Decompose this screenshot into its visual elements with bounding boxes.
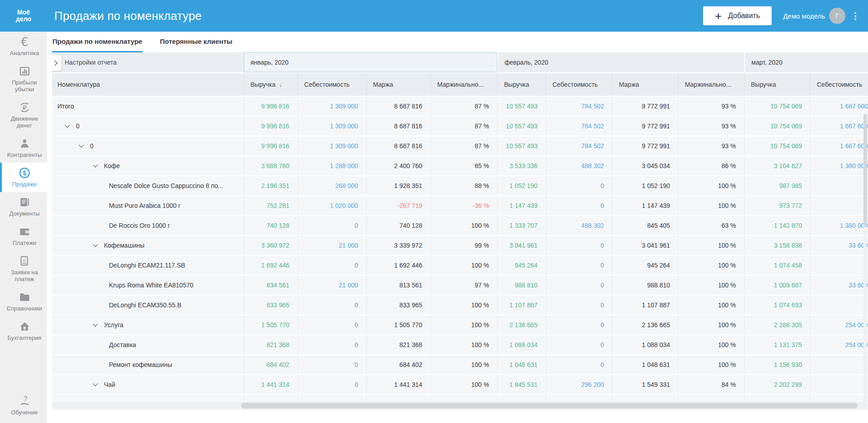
metric-cell-pct: 100 % [678,176,744,195]
table-row[interactable]: Доставка821 3680821 368100 %1 088 03401 … [52,335,868,355]
table-row[interactable]: Ремонт кофемашины684 4020684 402100 %1 0… [52,355,868,375]
month-cell-февраль-2020[interactable]: февраль, 2020 [497,52,744,72]
sidebar-item-справочники[interactable]: Справочники [0,287,47,316]
metric-cell-margin: 1 107 887 [612,296,678,315]
analytics-icon: € [19,36,31,48]
table-row[interactable]: DeLonghi ECAM350.55.B833 9650833 965100 … [52,296,868,315]
row-name-cell: DeLonghi ECAM21.117.SB [52,256,244,275]
column-header-cost-1[interactable]: Себестоимость [297,73,366,96]
month-cell-март-2020[interactable]: март, 2020 [744,52,868,72]
sidebar-item-документы[interactable]: Документы [0,192,47,221]
metric-cell-cost [810,196,868,215]
sidebar-item-обучение[interactable]: ?Обучение [0,391,47,420]
column-header-label: Маржинально... [437,81,484,88]
table-row[interactable]: Чай1 441 31401 441 314100 %1 845 531296 … [52,375,868,395]
metric-cell-revenue: 1 147 439 [497,196,546,215]
row-name: DeLonghi ECAM350.55.B [109,301,181,309]
metric-cell-revenue: 3 688 760 [244,156,297,175]
column-header-margin-2[interactable]: Маржа [366,73,430,96]
chevron-down-icon[interactable] [93,162,98,167]
metric-cell-cost: 0 [297,296,366,315]
column-header-margin-6[interactable]: Маржа [612,73,678,96]
metric-cell-revenue: 3 041 961 [497,236,546,255]
settings-toggle-button[interactable] [52,55,61,71]
table-row[interactable]: Krups Roma White EA810570834 56121 00081… [52,276,868,296]
table-row[interactable]: Кофе3 688 7601 288 0002 400 76065 %3 533… [52,156,868,176]
metric-cell-revenue: 2 288 305 [744,315,810,334]
table-row[interactable]: DeLonghi ECAM21.117.SB1 692 44601 692 44… [52,256,868,276]
row-name-cell: Кофемашины [52,236,244,255]
metric-cell-cost: 0 [546,355,612,374]
sort-desc-icon: ↓ [279,81,283,88]
user-name[interactable]: Демо модель [783,12,825,20]
table-row[interactable]: Nescafe Dolce Gusto Cappuccino 8 по...2 … [52,176,868,196]
vertical-scrollbar-thumb[interactable] [863,114,867,227]
metric-cell-cost: 0 [546,256,612,275]
metric-cell-revenue: 834 561 [244,276,297,295]
tab-потерянные-клиенты[interactable]: Потерянные клиенты [160,32,233,52]
metric-cell-cost: 1 380 000 [810,156,868,175]
chevron-down-icon[interactable] [65,122,70,127]
kebab-menu-icon[interactable]: ⋮ [849,10,862,21]
table-row[interactable]: De Roccis Oro 1000 г740 1280740 128100 %… [52,216,868,236]
sidebar-item-платежи[interactable]: Платежи [0,221,47,251]
column-header-label: Выручка [504,81,529,88]
horizontal-scrollbar-thumb[interactable] [241,403,858,409]
tab-продажи-по-номенклатуре[interactable]: Продажи по номенклатуре [52,32,143,52]
sidebar-item-движение-денег[interactable]: ₽Движение денег [0,97,47,133]
metric-cell-pct: 88 % [430,176,497,195]
avatar[interactable]: Г [829,8,845,24]
column-header-cost-5[interactable]: Себестоимость [546,73,612,96]
metric-cell-cost: 0 [546,335,612,354]
table-row[interactable]: Услуга1 505 77001 505 770100 %2 136 6650… [52,315,868,335]
plus-icon: + [715,10,722,22]
metric-cell-cost: 0 [546,236,612,255]
sidebar-item-label: Прибыли убытки [3,79,46,93]
brand-logo[interactable]: Моё дело [0,9,47,23]
metric-cell-pct: 100 % [678,236,744,255]
vertical-scrollbar[interactable] [863,114,867,402]
column-header-cost-9[interactable]: Себестоимость [810,73,868,96]
sidebar-item-прибыли-убытки[interactable]: Прибыли убытки [0,61,47,97]
month-cell-январь-2020[interactable]: январь, 2020 [244,52,497,72]
metric-cell-revenue: 1 333 707 [497,216,546,235]
metric-cell-revenue: 1 505 770 [244,315,297,334]
chevron-down-icon[interactable] [79,142,84,147]
row-name-cell: De Roccis Oro 1000 г [52,216,244,235]
chevron-down-icon[interactable] [93,381,98,386]
horizontal-scrollbar[interactable] [52,402,868,409]
row-name: Чай [104,381,115,388]
chevron-down-icon[interactable] [93,242,98,247]
metric-cell-revenue: 1 131 375 [744,335,810,354]
metric-cell-pct: 100 % [430,375,497,394]
table-row[interactable]: 09 996 8161 309 0008 687 81687 %10 557 4… [52,136,868,156]
sidebar-item-аналитика[interactable]: €Аналитика [0,32,47,61]
metric-cell-pct: 87 % [430,97,497,116]
metric-cell-cost: 1 667 600 [810,136,868,155]
column-header-revenue-8[interactable]: Выручка [744,73,810,96]
metric-cell-cost: 488 302 [546,156,612,175]
column-header-revenue-0[interactable]: Выручка↓ [244,73,297,96]
metric-cell-pct: 100 % [678,196,744,215]
training-icon: ? [19,395,31,407]
column-header-pct-3[interactable]: Маржинально... [430,73,497,96]
metric-cell-pct: 84 % [678,375,744,394]
chevron-down-icon[interactable] [93,321,98,326]
add-button[interactable]: + Добавить [703,6,772,25]
metric-cell-margin: 9 772 991 [612,97,678,116]
sidebar-item-контрагенты[interactable]: Контрагенты [0,133,47,163]
table-row[interactable]: Итого9 996 8161 309 0008 687 81687 %10 5… [52,97,868,117]
table-row[interactable]: 09 996 8161 309 0008 687 81687 %10 557 4… [52,117,868,136]
column-header-label: Маржа [373,81,393,88]
table-row[interactable]: Кофемашины3 360 97221 0003 339 97299 %3 … [52,236,868,256]
column-header-revenue-4[interactable]: Выручка [497,73,546,96]
column-header-pct-7[interactable]: Маржинально... [678,73,744,96]
sidebar-item-бухгалтерия[interactable]: Бухгалтерия [0,316,47,346]
metric-cell-pct: 100 % [678,315,744,334]
sidebar-item-заявки-на-платеж[interactable]: SЗаявки на платеж [0,251,47,287]
topbar-actions: + Добавить Демо модель Г ⋮ [703,6,862,25]
sidebar-item-продажи[interactable]: $Продажи [0,163,47,192]
table-row[interactable]: Must Puro Arabica 1000 г752 2811 020 000… [52,196,868,216]
metric-cell-pct: -36 % [430,196,497,215]
metric-cell-revenue: 945 264 [497,256,546,275]
